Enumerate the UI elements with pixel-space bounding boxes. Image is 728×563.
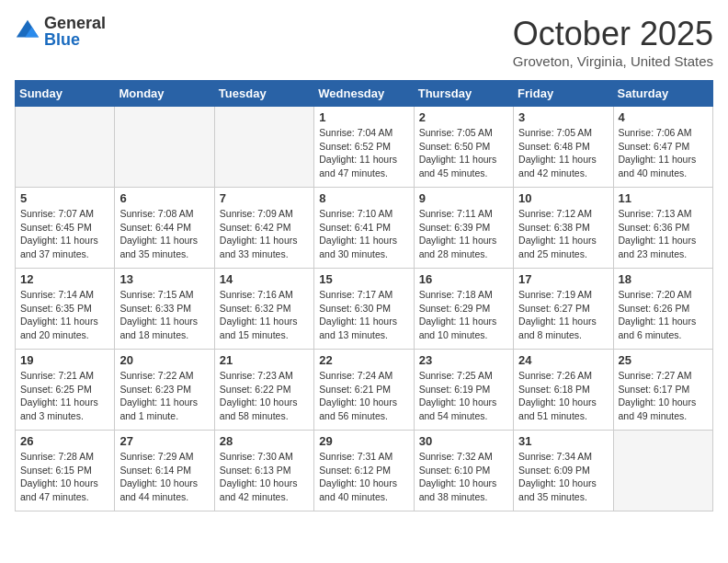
day-number: 27	[119, 434, 209, 448]
day-cell-13: 13Sunrise: 7:15 AM Sunset: 6:33 PM Dayli…	[115, 269, 214, 350]
day-cell-9: 9Sunrise: 7:11 AM Sunset: 6:39 PM Daylig…	[414, 188, 513, 269]
day-number: 19	[20, 353, 109, 367]
day-number: 3	[518, 110, 608, 124]
weekday-header-monday: Monday	[115, 81, 214, 107]
day-cell-3: 3Sunrise: 7:05 AM Sunset: 6:48 PM Daylig…	[514, 107, 613, 188]
day-number: 2	[419, 110, 508, 124]
weekday-header-sunday: Sunday	[16, 81, 115, 107]
day-info: Sunrise: 7:23 AM Sunset: 6:22 PM Dayligh…	[220, 369, 309, 423]
page-header: General Blue October 2025 Groveton, Virg…	[15, 15, 713, 69]
day-info: Sunrise: 7:31 AM Sunset: 6:12 PM Dayligh…	[319, 450, 408, 504]
day-number: 11	[619, 191, 708, 205]
day-number: 17	[518, 272, 608, 286]
day-cell-21: 21Sunrise: 7:23 AM Sunset: 6:22 PM Dayli…	[214, 350, 313, 431]
day-number: 4	[619, 110, 708, 124]
day-number: 25	[619, 353, 708, 367]
day-number: 31	[518, 434, 608, 448]
day-info: Sunrise: 7:12 AM Sunset: 6:38 PM Dayligh…	[518, 207, 608, 261]
day-info: Sunrise: 7:05 AM Sunset: 6:48 PM Dayligh…	[518, 126, 608, 180]
day-cell-25: 25Sunrise: 7:27 AM Sunset: 6:17 PM Dayli…	[613, 350, 712, 431]
day-info: Sunrise: 7:05 AM Sunset: 6:50 PM Dayligh…	[419, 126, 508, 180]
weekday-header-saturday: Saturday	[613, 81, 712, 107]
logo-icon	[15, 18, 40, 44]
day-number: 18	[619, 272, 708, 286]
day-info: Sunrise: 7:30 AM Sunset: 6:13 PM Dayligh…	[220, 450, 309, 504]
day-number: 13	[119, 272, 209, 286]
day-cell-18: 18Sunrise: 7:20 AM Sunset: 6:26 PM Dayli…	[613, 269, 712, 350]
day-cell-27: 27Sunrise: 7:29 AM Sunset: 6:14 PM Dayli…	[115, 431, 214, 511]
day-info: Sunrise: 7:20 AM Sunset: 6:26 PM Dayligh…	[619, 288, 708, 342]
empty-cell	[115, 107, 214, 188]
day-cell-15: 15Sunrise: 7:17 AM Sunset: 6:30 PM Dayli…	[314, 269, 414, 350]
day-cell-28: 28Sunrise: 7:30 AM Sunset: 6:13 PM Dayli…	[214, 431, 313, 511]
day-number: 24	[518, 353, 608, 367]
day-info: Sunrise: 7:16 AM Sunset: 6:32 PM Dayligh…	[220, 288, 309, 342]
day-info: Sunrise: 7:34 AM Sunset: 6:09 PM Dayligh…	[518, 450, 608, 504]
day-number: 14	[220, 272, 309, 286]
calendar-table: SundayMondayTuesdayWednesdayThursdayFrid…	[15, 80, 713, 511]
week-row-2: 5Sunrise: 7:07 AM Sunset: 6:45 PM Daylig…	[16, 188, 713, 269]
day-info: Sunrise: 7:21 AM Sunset: 6:25 PM Dayligh…	[20, 369, 109, 423]
day-number: 26	[20, 434, 109, 448]
day-number: 6	[119, 191, 209, 205]
day-cell-23: 23Sunrise: 7:25 AM Sunset: 6:19 PM Dayli…	[414, 350, 513, 431]
weekday-header-thursday: Thursday	[414, 81, 513, 107]
day-info: Sunrise: 7:28 AM Sunset: 6:15 PM Dayligh…	[20, 450, 109, 504]
day-cell-24: 24Sunrise: 7:26 AM Sunset: 6:18 PM Dayli…	[514, 350, 613, 431]
empty-cell	[613, 431, 712, 511]
logo-general-text: General	[44, 15, 106, 31]
day-number: 5	[20, 191, 109, 205]
day-info: Sunrise: 7:10 AM Sunset: 6:41 PM Dayligh…	[319, 207, 408, 261]
day-cell-31: 31Sunrise: 7:34 AM Sunset: 6:09 PM Dayli…	[514, 431, 613, 511]
day-number: 20	[119, 353, 209, 367]
day-cell-22: 22Sunrise: 7:24 AM Sunset: 6:21 PM Dayli…	[314, 350, 414, 431]
day-number: 8	[319, 191, 408, 205]
day-number: 23	[419, 353, 508, 367]
day-cell-2: 2Sunrise: 7:05 AM Sunset: 6:50 PM Daylig…	[414, 107, 513, 188]
day-info: Sunrise: 7:26 AM Sunset: 6:18 PM Dayligh…	[518, 369, 608, 423]
day-info: Sunrise: 7:25 AM Sunset: 6:19 PM Dayligh…	[419, 369, 508, 423]
day-cell-1: 1Sunrise: 7:04 AM Sunset: 6:52 PM Daylig…	[314, 107, 414, 188]
weekday-header-tuesday: Tuesday	[214, 81, 313, 107]
day-info: Sunrise: 7:18 AM Sunset: 6:29 PM Dayligh…	[419, 288, 508, 342]
empty-cell	[16, 107, 115, 188]
day-cell-6: 6Sunrise: 7:08 AM Sunset: 6:44 PM Daylig…	[115, 188, 214, 269]
logo-blue-text: Blue	[44, 31, 106, 48]
day-number: 22	[319, 353, 408, 367]
day-cell-7: 7Sunrise: 7:09 AM Sunset: 6:42 PM Daylig…	[214, 188, 313, 269]
day-cell-10: 10Sunrise: 7:12 AM Sunset: 6:38 PM Dayli…	[514, 188, 613, 269]
day-cell-12: 12Sunrise: 7:14 AM Sunset: 6:35 PM Dayli…	[16, 269, 115, 350]
day-info: Sunrise: 7:17 AM Sunset: 6:30 PM Dayligh…	[319, 288, 408, 342]
day-info: Sunrise: 7:14 AM Sunset: 6:35 PM Dayligh…	[20, 288, 109, 342]
day-info: Sunrise: 7:13 AM Sunset: 6:36 PM Dayligh…	[619, 207, 708, 261]
empty-cell	[214, 107, 313, 188]
day-number: 30	[419, 434, 508, 448]
weekday-header-wednesday: Wednesday	[314, 81, 414, 107]
location-subtitle: Groveton, Virginia, United States	[513, 53, 713, 69]
day-number: 16	[419, 272, 508, 286]
day-info: Sunrise: 7:11 AM Sunset: 6:39 PM Dayligh…	[419, 207, 508, 261]
day-number: 10	[518, 191, 608, 205]
month-title: October 2025	[513, 15, 713, 53]
day-info: Sunrise: 7:27 AM Sunset: 6:17 PM Dayligh…	[619, 369, 708, 423]
day-cell-29: 29Sunrise: 7:31 AM Sunset: 6:12 PM Dayli…	[314, 431, 414, 511]
day-info: Sunrise: 7:24 AM Sunset: 6:21 PM Dayligh…	[319, 369, 408, 423]
day-number: 28	[220, 434, 309, 448]
day-info: Sunrise: 7:15 AM Sunset: 6:33 PM Dayligh…	[119, 288, 209, 342]
week-row-5: 26Sunrise: 7:28 AM Sunset: 6:15 PM Dayli…	[16, 431, 713, 511]
title-block: October 2025 Groveton, Virginia, United …	[513, 15, 713, 69]
week-row-1: 1Sunrise: 7:04 AM Sunset: 6:52 PM Daylig…	[16, 107, 713, 188]
day-cell-26: 26Sunrise: 7:28 AM Sunset: 6:15 PM Dayli…	[16, 431, 115, 511]
day-number: 12	[20, 272, 109, 286]
day-number: 29	[319, 434, 408, 448]
day-cell-20: 20Sunrise: 7:22 AM Sunset: 6:23 PM Dayli…	[115, 350, 214, 431]
day-cell-16: 16Sunrise: 7:18 AM Sunset: 6:29 PM Dayli…	[414, 269, 513, 350]
day-cell-8: 8Sunrise: 7:10 AM Sunset: 6:41 PM Daylig…	[314, 188, 414, 269]
day-cell-11: 11Sunrise: 7:13 AM Sunset: 6:36 PM Dayli…	[613, 188, 712, 269]
logo: General Blue	[15, 15, 106, 48]
day-cell-17: 17Sunrise: 7:19 AM Sunset: 6:27 PM Dayli…	[514, 269, 613, 350]
day-number: 15	[319, 272, 408, 286]
day-info: Sunrise: 7:08 AM Sunset: 6:44 PM Dayligh…	[119, 207, 209, 261]
day-info: Sunrise: 7:06 AM Sunset: 6:47 PM Dayligh…	[619, 126, 708, 180]
day-info: Sunrise: 7:32 AM Sunset: 6:10 PM Dayligh…	[419, 450, 508, 504]
